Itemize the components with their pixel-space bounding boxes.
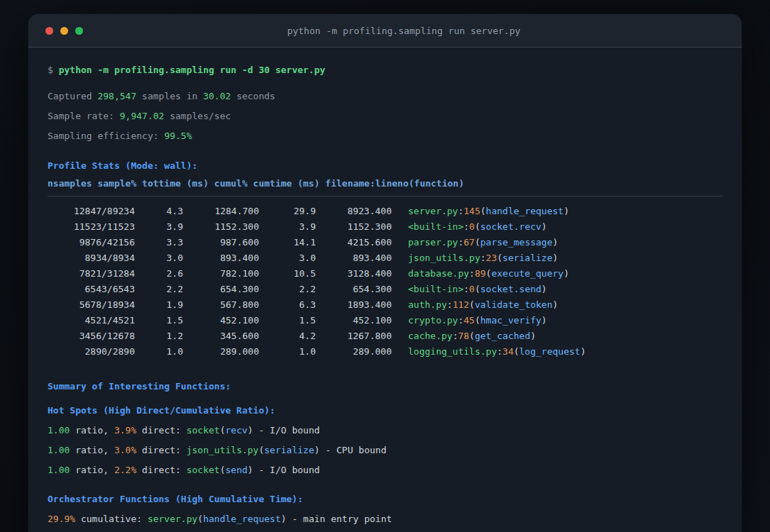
text-segment: ( — [475, 221, 480, 232]
text-segment: ratio, — [70, 465, 114, 475]
text-segment: ) — [553, 299, 559, 310]
minimize-window-icon[interactable] — [60, 27, 68, 35]
cell-nsamples: 6543/6543 — [48, 282, 135, 297]
text-segment: serialize — [264, 445, 314, 455]
terminal-output: $ python -m profiling.sampling run -d 30… — [28, 48, 742, 532]
cell-sample-pct: 2.2 — [135, 282, 183, 297]
text-segment: 30.02 — [203, 91, 231, 101]
text-segment: socket — [187, 425, 220, 436]
cell-cumtime: 1152.300 — [316, 219, 392, 235]
text-segment: direct: — [136, 465, 186, 475]
cell-nsamples: 3456/12678 — [48, 328, 135, 344]
text-segment: socket.send — [480, 284, 541, 294]
terminal-window: python -m profiling.sampling run server.… — [28, 14, 742, 532]
hot-spots-heading: Hot Spots (High Direct/Cumulative Ratio)… — [48, 401, 723, 421]
text-segment: 3.0% — [114, 445, 136, 455]
close-window-icon[interactable] — [45, 27, 53, 35]
maximize-window-icon[interactable] — [75, 27, 83, 35]
text-segment: samples in — [136, 91, 203, 101]
cell-function: cache.py:78(get_cached) — [392, 328, 723, 344]
profile-stats-heading: Profile Stats (Mode: wall): — [48, 156, 723, 176]
text-segment: ) - CPU bound — [314, 445, 387, 455]
text-segment: : — [480, 253, 486, 263]
text-segment: validate_token — [475, 299, 553, 310]
cell-nsamples: 11523/11523 — [48, 219, 135, 235]
text-segment: Sampling efficiency: — [48, 131, 164, 141]
text-segment: 0 — [469, 284, 475, 294]
text-segment: server.py — [408, 206, 458, 216]
table-row: 9876/421563.3987.60014.14215.600parser.p… — [48, 235, 723, 250]
text-segment: 1.00 — [48, 425, 70, 436]
text-segment: 67 — [463, 237, 475, 248]
cell-cumul-pct: 1.5 — [259, 313, 316, 328]
table-row: 5678/189341.9567.8006.31893.400auth.py:1… — [48, 297, 723, 313]
text-segment: <built-in> — [408, 284, 463, 294]
cell-cumul-pct: 10.5 — [259, 266, 316, 282]
text-segment: ( — [220, 465, 226, 475]
text-segment: 2.2% — [114, 465, 136, 475]
cell-function: server.py:145(handle_request) — [392, 204, 723, 219]
text-segment: 3.9% — [114, 425, 136, 436]
cell-cumtime: 1893.400 — [316, 297, 392, 313]
cell-tottime: 1284.700 — [183, 204, 259, 219]
cell-function: <built-in>:0(socket.send) — [392, 282, 723, 297]
text-segment: ( — [480, 206, 486, 216]
cell-nsamples: 5678/18934 — [48, 297, 135, 313]
text-segment: ) - I/O bound — [248, 465, 320, 475]
text-segment: 145 — [463, 206, 480, 216]
text-segment: ) — [541, 221, 547, 232]
table-row: 7821/312842.6782.10010.53128.400database… — [48, 266, 723, 282]
cell-sample-pct: 1.2 — [135, 328, 183, 344]
cell-cumtime: 4215.600 — [316, 235, 392, 250]
text-segment: cache.py — [408, 331, 453, 341]
desktop-background: python -m profiling.sampling run server.… — [0, 0, 770, 532]
cell-sample-pct: 1.5 — [135, 313, 183, 328]
table-column-header: nsamples sample% tottime (ms) cumul% cum… — [48, 176, 723, 192]
text-segment: ) — [530, 331, 536, 341]
hot-spot-line: 1.00 ratio, 3.0% direct: json_utils.py(s… — [48, 440, 723, 460]
text-segment: : — [463, 284, 469, 294]
text-segment: 29.9% — [48, 514, 75, 524]
orchestrator-line: 14.1% cumulative: parser.py(parse_messag… — [48, 529, 723, 532]
text-segment: parser.py — [408, 237, 458, 248]
table-row: 3456/126781.2345.6004.21267.800cache.py:… — [48, 328, 723, 344]
captured-samples-line: Captured 298,547 samples in 30.02 second… — [48, 87, 723, 106]
profile-table: 12847/892344.31284.70029.98923.400server… — [48, 204, 723, 360]
text-segment: ratio, — [70, 425, 114, 436]
cell-cumul-pct: 1.0 — [259, 344, 316, 360]
text-segment: ) - main entry point — [281, 514, 392, 524]
cell-sample-pct: 1.9 — [135, 297, 183, 313]
text-segment: 9,947.02 — [120, 111, 165, 121]
text-segment: 23 — [486, 253, 497, 263]
text-segment: 1.00 — [48, 445, 70, 455]
cell-cumtime: 452.100 — [316, 313, 392, 328]
shell-prompt-line: $ python -m profiling.sampling run -d 30… — [48, 60, 723, 80]
cell-cumtime: 1267.800 — [316, 328, 392, 344]
text-segment: parse_message — [480, 237, 553, 248]
cell-tottime: 987.600 — [183, 235, 259, 250]
cell-tottime: 452.100 — [183, 313, 259, 328]
text-segment: ) — [553, 253, 559, 263]
text-segment: socket — [187, 465, 220, 475]
text-segment: ( — [220, 425, 226, 436]
text-segment: ( — [469, 299, 475, 310]
cell-nsamples: 2890/2890 — [48, 344, 135, 360]
text-segment: handle_request — [203, 514, 281, 524]
orchestrator-line: 29.9% cumulative: server.py(handle_reque… — [48, 509, 723, 529]
text-segment: socket.recv — [480, 221, 541, 232]
hot-spot-line: 1.00 ratio, 3.9% direct: socket(recv) - … — [48, 421, 723, 440]
cell-function: logging_utils.py:34(log_request) — [392, 344, 723, 360]
cell-nsamples: 9876/42156 — [48, 235, 135, 250]
text-segment: 0 — [469, 221, 475, 232]
cell-function: crypto.py:45(hmac_verify) — [392, 313, 723, 328]
cell-function: auth.py:112(validate_token) — [392, 297, 723, 313]
text-segment: ) — [581, 346, 586, 357]
text-segment: Sample rate: — [48, 111, 120, 121]
text-segment: ( — [475, 237, 480, 248]
text-segment: $ — [48, 65, 59, 75]
cell-tottime: 782.100 — [183, 266, 259, 282]
table-row: 12847/892344.31284.70029.98923.400server… — [48, 204, 723, 219]
text-segment: json_utils.py — [408, 253, 480, 263]
cell-tottime: 654.300 — [183, 282, 259, 297]
text-segment: ( — [514, 346, 519, 357]
